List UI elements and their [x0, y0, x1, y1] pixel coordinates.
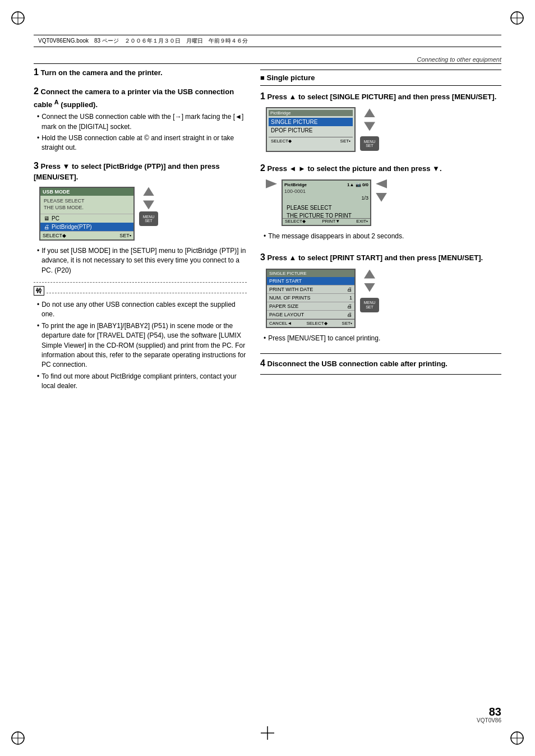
ps-num-prints-label: NUM. OF PRINTS	[269, 295, 311, 301]
nav-up-icon3	[364, 270, 375, 279]
right-step3-heading: 3 Press ▲ to select [PRINT START] and th…	[260, 251, 501, 264]
right-step1-text: Press ▲ to select [SINGLE PICTURE] and t…	[268, 93, 497, 101]
reg-mark-bl	[10, 730, 26, 746]
reg-mark-tl	[10, 10, 26, 26]
menu-set-btn3: MENUSET	[360, 298, 379, 312]
section-header: Connecting to other equipment	[417, 56, 501, 63]
step3-bullet1: If you set [USB MODE] in the [SETUP] men…	[34, 246, 247, 275]
reg-mark-tr	[509, 10, 525, 26]
menu-set-btn: MENUSET	[139, 211, 158, 226]
menu-set-btn2: MENUSET	[360, 136, 379, 151]
step2-heading: 2 Connect the camera to a printer via th…	[34, 85, 247, 110]
usb-mode-bottom: SELECT◆ SET▪	[40, 231, 133, 239]
note-item3: To find out more about PictBridge compli…	[34, 372, 247, 391]
pc-label: PC	[52, 215, 59, 222]
ps-set-label: SET▪	[342, 321, 352, 326]
step3-container: 3 Press ▼ to select [PictBridge (PTP)] a…	[34, 160, 247, 275]
ps-paper-size-row: PAPER SIZE 🖨	[267, 302, 354, 311]
right-step4-num: 4	[260, 358, 265, 368]
print-screen: SINGLE PICTURE PRINT START PRINT WITH DA…	[266, 269, 356, 328]
usb-mode-msg: PLEASE SELECTTHE USB MODE.	[40, 196, 133, 214]
pb-dpof-picture: DPOF PICTURE	[269, 126, 353, 135]
printer-icon: 🖨	[44, 224, 49, 230]
note-item1: Do not use any other USB connection cabl…	[34, 300, 247, 320]
ps-page-layout-row: PAGE LAYOUT 🖨	[267, 311, 354, 319]
pb-single-picture: SINGLE PICTURE	[269, 118, 353, 126]
note-item2: To print the age in [BABY1]/[BABY2] (P51…	[34, 321, 247, 370]
section-divider-bottom	[260, 85, 501, 86]
ps-print-start-label: PRINT START	[269, 278, 302, 284]
step1-container: 1 Turn on the camera and the printer.	[34, 66, 247, 79]
ps-bottom: CANCEL◄ SELECT◆ SET▪	[267, 319, 354, 327]
right-step4-text: Disconnect the USB connection cable afte…	[268, 359, 448, 368]
right-step4-heading: 4 Disconnect the USB connection cable af…	[260, 357, 501, 370]
note-icon: 铃	[34, 286, 44, 296]
right-step3-screen-wrap: SINGLE PICTURE PRINT START PRINT WITH DA…	[266, 269, 501, 328]
step1-text: Turn on the camera and the printer.	[41, 68, 163, 77]
ps-print-date-icon: 🖨	[347, 287, 352, 292]
ss-folder-info: 1▲ 📷 0/0	[347, 182, 368, 187]
monitor-icon: 🖥	[44, 215, 49, 222]
nav-down-icon3	[376, 193, 387, 202]
right-step3-text: Press ▲ to select [PRINT START] and then…	[268, 253, 483, 262]
pb-bottom1: SELECT◆ SET▪	[269, 137, 353, 145]
nav-up-icon2	[364, 108, 375, 117]
ps-num-prints-val: 1	[349, 295, 352, 301]
select-screen: PictBridge 1▲ 📷 0/0 100-0001 1/3 PLEASE …	[282, 179, 371, 226]
step4-divider-top	[260, 353, 501, 354]
right-step2-nav-right	[376, 179, 387, 202]
step1-heading: 1 Turn on the camera and the printer.	[34, 66, 247, 79]
nav-down-icon2	[364, 122, 375, 131]
nav-right-icon	[376, 179, 387, 188]
right-step1-screen-wrap: PictBridge SINGLE PICTURE DPOF PICTURE S…	[266, 107, 501, 152]
pictbridge-screen1: PictBridge SINGLE PICTURE DPOF PICTURE S…	[266, 107, 356, 152]
pb-select-label: SELECT◆	[271, 139, 292, 144]
ps-print-date-row: PRINT WITH DATE 🖨	[267, 285, 354, 294]
right-step2-screen-wrap: PictBridge 1▲ 📷 0/0 100-0001 1/3 PLEASE …	[266, 179, 501, 226]
note-dashes	[47, 293, 247, 293]
usb-select-label: SELECT◆	[43, 233, 66, 238]
ps-print-start-row: PRINT START	[267, 277, 354, 285]
header-file-info: VQT0V86ENG.book 83 ページ ２００６年１月３０日 月曜日 午前…	[38, 37, 248, 45]
usb-set-label: SET▪	[119, 233, 131, 238]
right-step4-container: 4 Disconnect the USB connection cable af…	[260, 353, 501, 375]
step1-num: 1	[34, 67, 39, 77]
ps-paper-size-icon: 🖨	[347, 303, 352, 309]
step3-heading: 3 Press ▼ to select [PictBridge (PTP)] a…	[34, 160, 247, 183]
reg-mark-bottom	[260, 725, 275, 743]
top-divider	[34, 63, 501, 64]
usb-mode-pictbridge-item: 🖨 PictBridge(PTP)	[40, 223, 133, 231]
step2-bullet2: Hold the USB connection cable at © and i…	[34, 133, 247, 153]
step3-text: Press ▼ to select [PictBridge (PTP)] and…	[34, 162, 220, 181]
ps-cancel-label: CANCEL◄	[269, 321, 292, 326]
step3-nav: MENUSET	[139, 187, 158, 226]
ps-num-prints-row: NUM. OF PRINTS 1	[267, 294, 354, 302]
ss-exit-label: EXIT▪	[356, 219, 368, 224]
nav-down-icon4	[364, 283, 375, 292]
page-footer: 83 VQT0V86	[477, 706, 501, 723]
single-picture-label: ■ Single picture	[260, 73, 501, 82]
right-step3-nav: MENUSET	[360, 270, 379, 312]
page-code: VQT0V86	[477, 717, 501, 723]
right-step2-text: Press ◄ ► to select the picture and then…	[268, 164, 442, 173]
ps-paper-size-label: PAPER SIZE	[269, 303, 298, 309]
step2-text: Connect the camera to a printer via the …	[34, 87, 234, 109]
ps-header: SINGLE PICTURE	[267, 270, 354, 277]
pb-set-label: SET▪	[340, 139, 350, 144]
note-header: 铃	[34, 286, 247, 298]
step2-num: 2	[34, 86, 39, 96]
right-step2-heading: 2 Press ◄ ► to select the picture and th…	[260, 162, 501, 174]
nav-up-icon	[143, 187, 154, 196]
right-step3-container: 3 Press ▲ to select [PRINT START] and th…	[260, 251, 501, 343]
right-step1-heading: 1 Press ▲ to select [SINGLE PICTURE] and…	[260, 90, 501, 103]
ps-page-layout-label: PAGE LAYOUT	[269, 312, 304, 317]
ps-page-layout-icon: 🖨	[347, 312, 352, 317]
step2-container: 2 Connect the camera to a printer via th…	[34, 85, 247, 153]
ss-header: PictBridge 1▲ 📷 0/0	[284, 182, 368, 187]
usb-mode-pc-item: 🖥 PC	[40, 214, 133, 223]
pictbridge-label: PictBridge(PTP)	[52, 224, 92, 230]
step3-screen-wrap: USB MODE PLEASE SELECTTHE USB MODE. 🖥 PC…	[39, 187, 247, 240]
reg-mark-br	[509, 730, 525, 746]
step2-bullet1: Connect the USB connection cable with th…	[34, 112, 247, 132]
right-step1-container: 1 Press ▲ to select [SINGLE PICTURE] and…	[260, 90, 501, 152]
